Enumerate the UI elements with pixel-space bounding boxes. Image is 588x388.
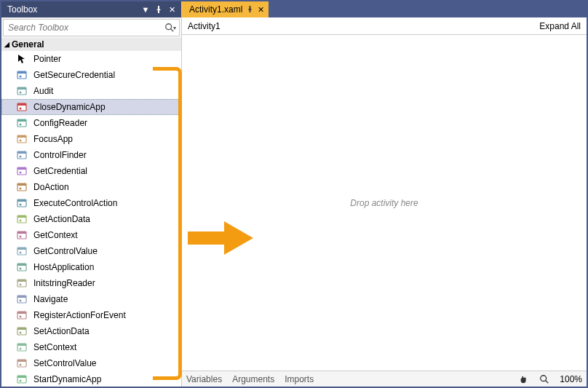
zoom-level[interactable]: 100%	[560, 374, 582, 384]
tool-item-setactiondata[interactable]: SetActionData	[1, 323, 181, 339]
search-input[interactable]	[4, 23, 162, 33]
navigate-icon	[16, 293, 28, 305]
svg-rect-45	[17, 296, 26, 298]
tool-item-pointer[interactable]: Pointer	[1, 51, 181, 67]
svg-rect-27	[17, 199, 26, 202]
tool-item-getsecurecredential[interactable]: GetSecureCredential	[1, 67, 181, 83]
tool-item-setcontrolvalue[interactable]: SetControlValue	[1, 355, 181, 371]
svg-rect-18	[17, 151, 26, 154]
svg-point-28	[20, 204, 22, 206]
tool-item-getcredential[interactable]: GetCredential	[1, 163, 181, 179]
svg-rect-60	[17, 376, 26, 378]
svg-point-49	[20, 316, 22, 318]
svg-point-61	[20, 380, 22, 382]
svg-rect-33	[17, 231, 26, 234]
registeractionforevent-icon	[16, 309, 28, 321]
tool-item-doaction[interactable]: DoAction	[1, 179, 181, 195]
svg-rect-21	[17, 167, 26, 170]
close-icon[interactable]: ✕	[165, 3, 178, 16]
svg-point-58	[20, 364, 22, 366]
pin-icon[interactable]	[152, 3, 165, 16]
tool-item-navigate[interactable]: Navigate	[1, 291, 181, 307]
bottom-bar: Variables Arguments Imports 100%	[182, 371, 587, 387]
svg-point-10	[20, 108, 22, 110]
svg-point-25	[20, 188, 22, 190]
svg-rect-15	[17, 135, 26, 138]
doaction-icon	[16, 181, 28, 193]
svg-point-22	[20, 172, 22, 174]
tool-item-label: GetSecureCredential	[33, 70, 115, 80]
category-general[interactable]: ◢ General	[1, 38, 181, 51]
controlfinder-icon	[16, 149, 28, 161]
breadcrumb[interactable]: Activity1	[188, 21, 539, 31]
tool-item-getcontext[interactable]: GetContext	[1, 227, 181, 243]
tool-item-hostapplication[interactable]: HostApplication	[1, 259, 181, 275]
tool-item-registeractionforevent[interactable]: RegisterActionForEvent	[1, 307, 181, 323]
tool-item-closedynamicapp[interactable]: CloseDynamicApp	[1, 99, 181, 115]
tab-label: Activity1.xaml	[189, 4, 242, 15]
drop-placeholder: Drop activity here	[350, 198, 418, 208]
setactiondata-icon	[16, 325, 28, 337]
tab-bar: Activity1.xaml ✕	[182, 1, 587, 17]
tool-item-initstringreader[interactable]: InitstringReader	[1, 275, 181, 291]
getcredential-icon	[16, 165, 28, 177]
tab-close-icon[interactable]: ✕	[258, 5, 264, 15]
window-position-dropdown[interactable]: ▼	[139, 3, 152, 16]
svg-point-40	[20, 268, 22, 270]
variables-link[interactable]: Variables	[186, 374, 222, 384]
svg-point-55	[20, 348, 22, 350]
tool-item-controlfinder[interactable]: ControlFinder	[1, 147, 181, 163]
tool-item-label: RegisterActionForEvent	[33, 310, 126, 320]
svg-point-16	[20, 140, 22, 142]
pan-icon[interactable]	[519, 374, 529, 384]
tool-item-setcontext[interactable]: SetContext	[1, 339, 181, 355]
getsecurecredential-icon	[16, 69, 28, 81]
tool-item-focusapp[interactable]: FocusApp	[1, 131, 181, 147]
svg-line-66	[546, 380, 549, 383]
svg-rect-3	[17, 71, 26, 74]
svg-rect-36	[17, 248, 26, 250]
startdynamicapp-icon	[16, 373, 28, 385]
svg-point-37	[20, 252, 22, 254]
svg-point-31	[20, 220, 22, 222]
imports-link[interactable]: Imports	[285, 374, 314, 384]
tool-item-label: ConfigReader	[33, 118, 87, 128]
svg-rect-54	[17, 344, 26, 346]
tab-activity1[interactable]: Activity1.xaml ✕	[182, 1, 269, 17]
zoom-icon[interactable]	[539, 374, 549, 384]
svg-point-34	[20, 236, 22, 238]
svg-rect-57	[17, 360, 26, 362]
setcontrolvalue-icon	[16, 357, 28, 369]
search-icon[interactable]: ▾	[162, 23, 179, 33]
expand-triangle-icon: ◢	[4, 41, 12, 48]
configreader-icon	[16, 117, 28, 129]
audit-icon	[16, 85, 28, 97]
tool-item-configreader[interactable]: ConfigReader	[1, 115, 181, 131]
toolbox-search: ▾	[3, 19, 180, 36]
hostapplication-icon	[16, 261, 28, 273]
tool-item-startdynamicapp[interactable]: StartDynamicApp	[1, 371, 181, 387]
tool-item-label: CloseDynamicApp	[33, 102, 106, 112]
toolbox-panel: Toolbox ▼ ✕ ▾ ◢ General PointerGetSecure…	[1, 1, 182, 387]
svg-rect-12	[17, 119, 26, 122]
tool-item-executecontrolaction[interactable]: ExecuteControlAction	[1, 195, 181, 211]
arguments-link[interactable]: Arguments	[232, 374, 274, 384]
executecontrolaction-icon	[16, 197, 28, 209]
tab-pin-icon[interactable]	[247, 6, 253, 14]
tool-item-getcontrolvalue[interactable]: GetControlValue	[1, 243, 181, 259]
getactiondata-icon	[16, 213, 28, 225]
tool-item-audit[interactable]: Audit	[1, 83, 181, 99]
designer-surface[interactable]: Drop activity here	[182, 35, 587, 371]
svg-rect-9	[17, 103, 26, 106]
focusapp-icon	[16, 133, 28, 145]
tool-item-label: DoAction	[33, 182, 69, 192]
tool-item-label: SetContext	[33, 342, 76, 352]
pointer-icon	[16, 53, 28, 65]
tool-item-label: Audit	[33, 86, 53, 96]
tool-item-label: HostApplication	[33, 262, 94, 272]
tool-item-getactiondata[interactable]: GetActionData	[1, 211, 181, 227]
initstringreader-icon	[16, 277, 28, 289]
tool-item-label: StartDynamicApp	[33, 374, 101, 384]
expand-all-button[interactable]: Expand All	[539, 21, 581, 31]
svg-point-52	[20, 332, 22, 334]
